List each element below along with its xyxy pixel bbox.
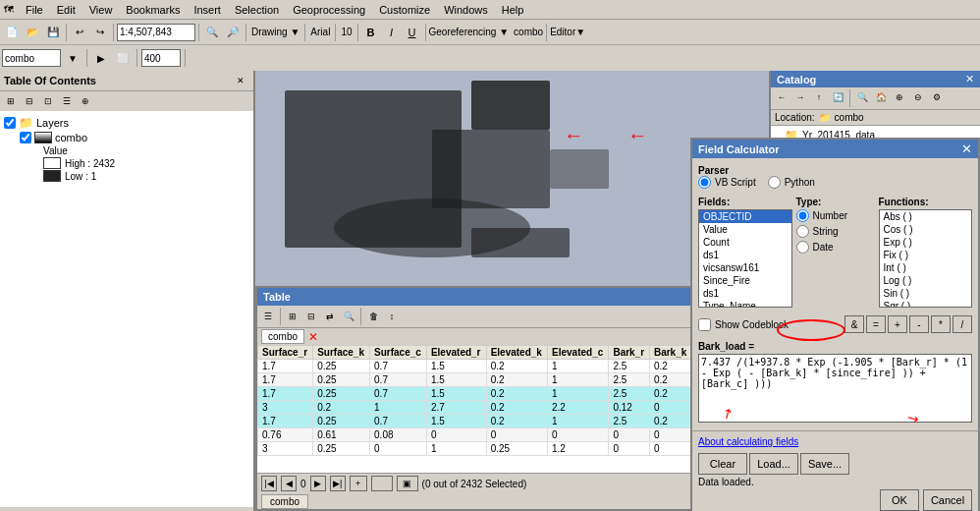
catalog-close-btn[interactable]: ✕ bbox=[965, 73, 974, 85]
func-item-4[interactable]: Int ( ) bbox=[880, 261, 972, 274]
type-date-option[interactable]: Date bbox=[796, 241, 875, 254]
menu-view[interactable]: View bbox=[83, 3, 119, 17]
menu-insert[interactable]: Insert bbox=[188, 3, 227, 17]
type-number-option[interactable]: Number bbox=[796, 209, 875, 222]
type-string-radio[interactable] bbox=[796, 225, 809, 238]
editor-label[interactable]: Editor▼ bbox=[550, 27, 585, 37]
cat-btn-2[interactable]: → bbox=[791, 89, 809, 105]
table-delete-btn[interactable]: 🗑 bbox=[364, 309, 382, 324]
cancel-btn[interactable]: Cancel bbox=[923, 489, 972, 511]
zoom-out-btn[interactable]: 🔎 bbox=[223, 23, 243, 42]
layers-checkbox[interactable] bbox=[4, 117, 16, 129]
nav-next-btn[interactable]: ▶ bbox=[310, 476, 326, 491]
save-btn-calc[interactable]: Save... bbox=[800, 453, 849, 475]
formula-textarea[interactable] bbox=[698, 354, 972, 423]
combo-checkbox[interactable] bbox=[20, 132, 31, 143]
type-number-radio[interactable] bbox=[796, 209, 809, 222]
layer-btn[interactable]: ▼ bbox=[63, 48, 82, 68]
field-item-3[interactable]: ds1 bbox=[699, 249, 791, 261]
open-btn[interactable]: 📂 bbox=[23, 23, 42, 42]
func-item-5[interactable]: Log ( ) bbox=[880, 274, 972, 287]
btn-plus[interactable]: + bbox=[888, 315, 907, 333]
show-selected-btn[interactable]: ▣ bbox=[397, 476, 418, 491]
scale-input[interactable] bbox=[117, 24, 195, 41]
func-item-7[interactable]: Sqr ( ) bbox=[880, 300, 972, 308]
btn-eq[interactable]: = bbox=[866, 315, 886, 333]
toc-tool-4[interactable]: ☰ bbox=[58, 93, 76, 109]
func-item-2[interactable]: Exp ( ) bbox=[880, 236, 972, 249]
python-radio[interactable] bbox=[768, 176, 781, 189]
table-clear-sel-btn[interactable]: ⊟ bbox=[302, 309, 320, 324]
nav-first-btn[interactable]: |◀ bbox=[261, 476, 277, 491]
nav-add-btn[interactable]: + bbox=[350, 476, 367, 491]
menu-help[interactable]: Help bbox=[496, 3, 530, 17]
toc-tool-5[interactable]: ⊕ bbox=[77, 93, 94, 109]
vb-script-option[interactable]: VB Script bbox=[698, 176, 756, 189]
toc-close-btn[interactable]: ✕ bbox=[232, 73, 249, 88]
deselect-btn[interactable]: ⬜ bbox=[113, 48, 133, 68]
italic-btn[interactable]: I bbox=[382, 23, 402, 42]
close-tab-btn[interactable]: ✕ bbox=[308, 330, 318, 344]
menu-selection[interactable]: Selection bbox=[229, 3, 285, 17]
menu-file[interactable]: File bbox=[20, 3, 49, 17]
calc-fields-link[interactable]: About calculating fields bbox=[698, 436, 798, 447]
table-select-all-btn[interactable]: ⊞ bbox=[284, 309, 301, 324]
btn-minus[interactable]: - bbox=[909, 315, 929, 333]
codeblock-checkbox[interactable] bbox=[698, 318, 711, 331]
cat-btn-3[interactable]: ↑ bbox=[810, 89, 828, 105]
cat-disconnect-btn[interactable]: ⊖ bbox=[909, 89, 927, 105]
nav-last-btn[interactable]: ▶| bbox=[330, 476, 346, 491]
load-btn[interactable]: Load... bbox=[749, 453, 798, 475]
select-btn[interactable]: ▶ bbox=[91, 48, 111, 68]
menu-edit[interactable]: Edit bbox=[51, 3, 82, 17]
field-item-5[interactable]: Since_Fire bbox=[699, 274, 791, 287]
underline-btn[interactable]: U bbox=[403, 23, 422, 42]
combo-tab[interactable]: combo bbox=[261, 329, 304, 344]
cat-btn-4[interactable]: 🔄 bbox=[829, 89, 846, 105]
menu-geoprocessing[interactable]: Geoprocessing bbox=[287, 3, 371, 17]
cat-home-btn[interactable]: 🏠 bbox=[872, 89, 890, 105]
table-switch-sel-btn[interactable]: ⇄ bbox=[321, 309, 339, 324]
field-item-6[interactable]: ds1 bbox=[699, 287, 791, 300]
btn-amp[interactable]: & bbox=[844, 315, 864, 333]
field-item-2[interactable]: Count bbox=[699, 236, 791, 249]
ok-btn[interactable]: OK bbox=[880, 489, 919, 511]
field-item-4[interactable]: vicsansw161 bbox=[699, 261, 791, 274]
func-item-6[interactable]: Sin ( ) bbox=[880, 287, 972, 300]
python-option[interactable]: Python bbox=[768, 176, 815, 189]
table-zoom-sel-btn[interactable]: 🔍 bbox=[340, 309, 357, 324]
nav-prev-btn[interactable]: ◀ bbox=[281, 476, 297, 491]
func-item-3[interactable]: Fix ( ) bbox=[880, 249, 972, 261]
cat-btn-1[interactable]: ← bbox=[773, 89, 790, 105]
func-item-0[interactable]: Abs ( ) bbox=[880, 210, 972, 223]
btn-div[interactable]: / bbox=[953, 315, 972, 333]
menu-windows[interactable]: Windows bbox=[438, 3, 494, 17]
type-date-radio[interactable] bbox=[796, 241, 809, 254]
dialog-close-btn[interactable]: ✕ bbox=[961, 142, 972, 156]
cat-options-btn[interactable]: ⚙ bbox=[928, 89, 946, 105]
clear-btn[interactable]: Clear bbox=[698, 453, 747, 475]
save-btn[interactable]: 💾 bbox=[43, 23, 63, 42]
opacity-input[interactable] bbox=[141, 49, 181, 67]
bold-btn[interactable]: B bbox=[361, 23, 381, 42]
undo-btn[interactable]: ↩ bbox=[70, 23, 89, 42]
toc-tool-3[interactable]: ⊡ bbox=[39, 93, 57, 109]
menu-bookmarks[interactable]: Bookmarks bbox=[120, 3, 186, 17]
table-options-btn[interactable]: ☰ bbox=[259, 309, 277, 324]
layer-combo[interactable] bbox=[2, 49, 61, 67]
zoom-in-btn[interactable]: 🔍 bbox=[202, 23, 222, 42]
btn-mul[interactable]: * bbox=[931, 315, 951, 333]
drawing-label[interactable]: Drawing ▼ bbox=[251, 27, 299, 37]
field-item-0[interactable]: OBJECTID bbox=[699, 210, 791, 223]
table-sort-btn[interactable]: ↕ bbox=[383, 309, 401, 324]
vb-script-radio[interactable] bbox=[698, 176, 711, 189]
field-item-7[interactable]: Type_Name bbox=[699, 300, 791, 308]
toc-tool-2[interactable]: ⊟ bbox=[21, 93, 38, 109]
cat-connect-btn[interactable]: ⊕ bbox=[891, 89, 908, 105]
func-item-1[interactable]: Cos ( ) bbox=[880, 223, 972, 236]
new-btn[interactable]: 📄 bbox=[2, 23, 22, 42]
cat-search-btn[interactable]: 🔍 bbox=[853, 89, 871, 105]
redo-btn[interactable]: ↪ bbox=[90, 23, 110, 42]
menu-customize[interactable]: Customize bbox=[373, 3, 436, 17]
field-item-1[interactable]: Value bbox=[699, 223, 791, 236]
